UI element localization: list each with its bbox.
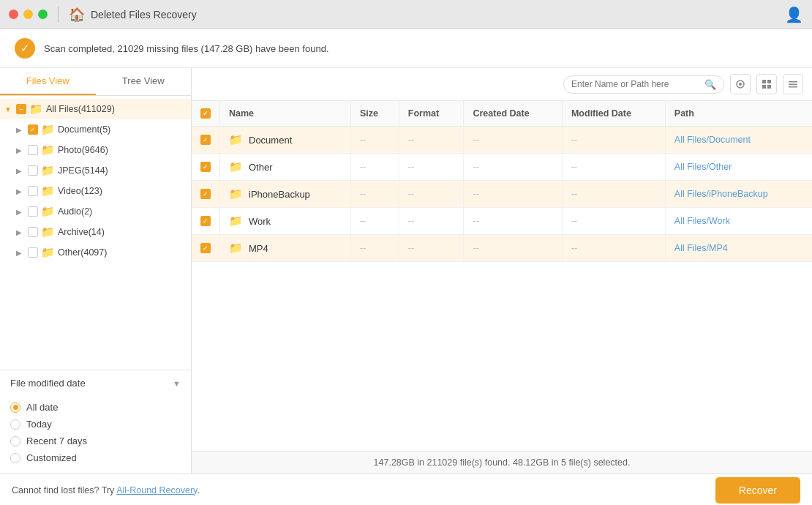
table-row[interactable]: ✓ 📁 MP4 -- -- -- -- All Files/MP4 <box>192 235 812 262</box>
checkbox-jpeg[interactable] <box>28 165 38 176</box>
tree-label-other: Other(4097) <box>58 247 107 258</box>
checkbox-all-files[interactable]: – <box>16 104 26 114</box>
th-created-date[interactable]: Created Date <box>464 101 562 127</box>
status-text: 147.28GB in 211029 file(s) found. 48.12G… <box>374 457 631 468</box>
th-name[interactable]: Name <box>220 101 351 127</box>
table-row[interactable]: ✓ 📁 iPhoneBackup -- -- -- -- All Files <box>192 181 812 208</box>
checkbox-other[interactable] <box>28 247 38 258</box>
radio-label-all-date: All date <box>26 402 58 413</box>
radio-label-customized: Customized <box>26 452 77 463</box>
tree-item-audio[interactable]: ▶ 📁 Audio(2) <box>0 201 191 222</box>
tab-files-view[interactable]: Files View <box>0 68 96 95</box>
th-format[interactable]: Format <box>399 101 464 127</box>
filter-header[interactable]: File modified date ▼ <box>0 370 191 396</box>
row-checkbox-work[interactable]: ✓ <box>192 208 220 235</box>
tree-arrow-photo: ▶ <box>16 146 25 154</box>
row-checkbox-other[interactable]: ✓ <box>192 154 220 181</box>
radio-all-date[interactable]: All date <box>10 399 181 416</box>
radio-customized[interactable]: Customized <box>10 449 181 466</box>
folder-icon-row-document: 📁 <box>229 133 243 146</box>
maximize-button[interactable] <box>38 10 48 19</box>
preview-icon-btn[interactable] <box>730 74 751 94</box>
row-size-mp4: -- <box>350 235 399 262</box>
content-area: 🔍 <box>192 68 812 474</box>
status-bar: 147.28GB in 211029 file(s) found. 48.12G… <box>192 451 812 474</box>
tree-label-document: Document(5) <box>58 124 110 135</box>
tree-item-other[interactable]: ▶ 📁 Other(4097) <box>0 242 191 263</box>
minimize-button[interactable] <box>23 10 33 19</box>
row-size-other: -- <box>350 154 399 181</box>
folder-icon-all-files: 📁 <box>29 102 43 116</box>
search-input[interactable] <box>571 79 700 89</box>
radio-btn-customized[interactable] <box>10 453 20 463</box>
header-checkbox[interactable]: ✓ <box>200 108 211 119</box>
row-format-mp4: -- <box>399 235 464 262</box>
radio-today[interactable]: Today <box>10 416 181 433</box>
tree-label-video: Video(123) <box>58 186 102 196</box>
row-modified-document: -- <box>562 127 665 154</box>
row-checkbox-mp4[interactable]: ✓ <box>192 235 220 262</box>
checkbox-row-document[interactable]: ✓ <box>200 135 211 145</box>
user-icon[interactable]: 👤 <box>785 6 803 23</box>
app-title: Deleted Files Recovery <box>91 9 785 20</box>
folder-icon-audio: 📁 <box>41 205 55 218</box>
radio-btn-all-date[interactable] <box>10 403 20 413</box>
file-name-mp4: MP4 <box>249 243 268 254</box>
folder-icon-row-other: 📁 <box>229 160 243 173</box>
radio-recent-7-days[interactable]: Recent 7 days <box>10 433 181 449</box>
tree-item-archive[interactable]: ▶ 📁 Archive(14) <box>0 222 191 242</box>
close-button[interactable] <box>9 10 18 19</box>
tree-item-all-files[interactable]: ▼ – 📁 All Files(411029) <box>0 99 191 119</box>
row-name-document: 📁 Document <box>220 127 351 154</box>
checkbox-document[interactable]: ✓ <box>28 124 38 135</box>
folder-icon-jpeg: 📁 <box>41 164 55 177</box>
recover-button[interactable]: Recover <box>715 477 800 504</box>
tab-tree-view[interactable]: Tree View <box>96 68 192 95</box>
folder-icon-photo: 📁 <box>41 143 55 157</box>
filter-header-label: File modified date <box>10 378 86 389</box>
all-round-recovery-link[interactable]: All-Round Recovery <box>116 485 197 495</box>
search-box[interactable]: 🔍 <box>563 75 724 94</box>
tree-item-document[interactable]: ▶ ✓ 📁 Document(5) <box>0 119 191 140</box>
checkbox-row-mp4[interactable]: ✓ <box>200 243 211 253</box>
svg-rect-5 <box>767 85 771 89</box>
table-row[interactable]: ✓ 📁 Other -- -- -- -- All Files/Other <box>192 154 812 181</box>
file-table: ✓ Name Size Format Created Date Modified… <box>192 101 812 451</box>
checkbox-row-work[interactable]: ✓ <box>200 216 211 226</box>
tree-item-jpeg[interactable]: ▶ 📁 JPEG(5144) <box>0 160 191 181</box>
checkbox-video[interactable] <box>28 186 38 196</box>
checkbox-archive[interactable] <box>28 227 38 237</box>
home-icon[interactable]: 🏠 <box>69 7 85 23</box>
view-tabs: Files View Tree View <box>0 68 191 96</box>
row-path-document: All Files/Document <box>665 127 812 154</box>
th-modified-date[interactable]: Modified Date <box>562 101 665 127</box>
row-checkbox-document[interactable]: ✓ <box>192 127 220 154</box>
tree-item-video[interactable]: ▶ 📁 Video(123) <box>0 181 191 201</box>
svg-rect-7 <box>789 84 797 86</box>
row-path-iphonebackup: All Files/iPhoneBackup <box>665 181 812 208</box>
content-toolbar: 🔍 <box>192 68 812 101</box>
checkbox-row-other[interactable]: ✓ <box>200 162 211 172</box>
menu-icon-btn[interactable] <box>783 74 803 94</box>
radio-btn-recent-7-days[interactable] <box>10 436 20 446</box>
file-name-iphonebackup: iPhoneBackup <box>249 189 310 200</box>
th-checkbox[interactable]: ✓ <box>192 101 220 127</box>
checkbox-audio[interactable] <box>28 206 38 217</box>
row-modified-mp4: -- <box>562 235 665 262</box>
search-icon[interactable]: 🔍 <box>704 79 716 90</box>
scan-banner: ✓ Scan completed, 21029 missing files (1… <box>0 29 812 68</box>
grid-view-icon-btn[interactable] <box>756 74 777 94</box>
checkbox-row-iphonebackup[interactable]: ✓ <box>200 189 211 199</box>
row-checkbox-iphonebackup[interactable]: ✓ <box>192 181 220 208</box>
th-path[interactable]: Path <box>665 101 812 127</box>
folder-icon-row-work: 📁 <box>229 214 243 228</box>
row-size-work: -- <box>350 208 399 235</box>
tree-item-photo[interactable]: ▶ 📁 Photo(9646) <box>0 140 191 160</box>
radio-btn-today[interactable] <box>10 419 20 430</box>
row-name-other: 📁 Other <box>220 154 351 181</box>
folder-icon-document: 📁 <box>41 123 55 136</box>
table-row[interactable]: ✓ 📁 Document -- -- -- -- All Files/Doc <box>192 127 812 154</box>
th-size[interactable]: Size <box>350 101 399 127</box>
checkbox-photo[interactable] <box>28 145 38 155</box>
table-row[interactable]: ✓ 📁 Work -- -- -- -- All Files/Work <box>192 208 812 235</box>
